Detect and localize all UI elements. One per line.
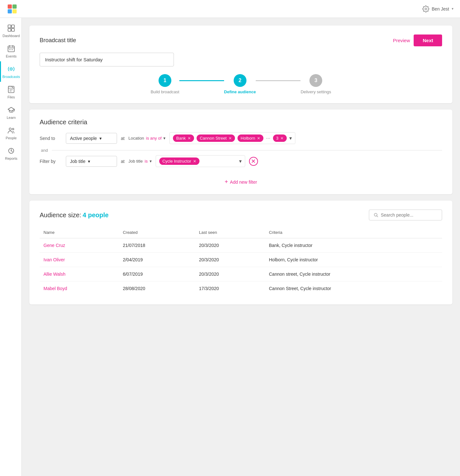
- search-people-input[interactable]: [381, 212, 437, 218]
- cell-criteria: Holborn, Cycle instructor: [265, 253, 442, 267]
- sidebar-item-people[interactable]: People: [0, 123, 21, 143]
- send-to-value: Active people: [70, 136, 97, 141]
- send-to-row: Send to Active people ▾ at Location is a…: [40, 132, 442, 144]
- next-button[interactable]: Next: [414, 35, 442, 46]
- add-filter-button[interactable]: + Add new filter: [225, 179, 257, 185]
- and-label: and: [41, 148, 48, 153]
- user-name: Ben Jest: [432, 6, 449, 12]
- location-operator-chevron[interactable]: ▾: [163, 136, 166, 141]
- table-row: Allie Walsh 6/07/2019 20/3/2020 Cannon s…: [40, 267, 442, 281]
- cell-created: 2/04/2019: [119, 253, 195, 267]
- sidebar-label-broadcasts: Broadcasts: [2, 75, 20, 79]
- location-tag-cannon[interactable]: Cannon Street ✕: [197, 134, 235, 142]
- step-line-1: [179, 80, 224, 81]
- search-icon: [374, 212, 378, 218]
- job-title-tag-cycle[interactable]: Cycle Instructor ✕: [159, 157, 199, 165]
- tag-close-cycle[interactable]: ✕: [193, 159, 196, 164]
- person-link[interactable]: Mabel Boyd: [43, 286, 67, 291]
- tag-close-holborn[interactable]: ✕: [257, 136, 260, 141]
- sidebar-item-events[interactable]: Events: [0, 41, 21, 61]
- job-title-tags-container[interactable]: Cycle Instructor ✕ ▾: [156, 155, 245, 167]
- search-box[interactable]: [369, 210, 442, 220]
- step-1-circle: 1: [159, 74, 171, 87]
- cell-created: 6/07/2019: [119, 267, 195, 281]
- table-header-row: Name Created Last seen Criteria: [40, 227, 442, 238]
- location-operator: is any of: [146, 136, 161, 141]
- dashboard-icon: [7, 24, 16, 33]
- learn-icon: [7, 105, 16, 114]
- tags-chevron-icon[interactable]: ▾: [289, 135, 292, 141]
- add-filter-label: Add new filter: [230, 180, 257, 185]
- broadcast-title-label: Broadcast title: [40, 37, 76, 44]
- filter-by-label: Filter by: [40, 159, 62, 164]
- step-2: 2 Define audience: [224, 74, 256, 94]
- svg-rect-1: [12, 4, 17, 9]
- person-link[interactable]: Gene Cruz: [43, 243, 65, 248]
- and-divider: and: [40, 148, 442, 153]
- logo: [6, 3, 18, 15]
- broadcasts-icon: [7, 65, 16, 73]
- sidebar-label-events: Events: [6, 54, 17, 58]
- sidebar-label-files: Files: [7, 95, 15, 99]
- svg-rect-0: [8, 4, 12, 9]
- person-link[interactable]: Ivan Oliver: [43, 257, 65, 262]
- tag-more-count: 3: [276, 136, 278, 141]
- tag-more-close[interactable]: ✕: [280, 136, 284, 141]
- table-row: Mabel Boyd 28/08/2020 17/3/2020 Cannon S…: [40, 281, 442, 296]
- broadcast-title-card: Broadcast title Preview Next 1 Build bro…: [29, 26, 452, 103]
- sidebar-item-learn[interactable]: Learn: [0, 102, 21, 123]
- location-tags-container[interactable]: Bank ✕ Cannon Street ✕ Holborn ✕ ··· 3 ✕…: [169, 132, 295, 144]
- svg-rect-8: [12, 28, 14, 31]
- add-icon: +: [225, 179, 228, 185]
- tag-close-bank[interactable]: ✕: [188, 136, 191, 141]
- svg-rect-17: [8, 86, 14, 93]
- cell-created: 21/07/2018: [119, 238, 195, 253]
- main-content: Broadcast title Preview Next 1 Build bro…: [22, 18, 460, 476]
- svg-rect-3: [12, 9, 17, 13]
- sidebar-label-learn: Learn: [7, 116, 16, 119]
- cell-criteria: Cannon Street, Cycle instructor: [265, 281, 442, 296]
- tag-label-cannon: Cannon Street: [200, 136, 227, 141]
- col-created: Created: [119, 227, 195, 238]
- topbar: Ben Jest ▾: [0, 0, 460, 18]
- svg-line-25: [377, 216, 378, 217]
- job-title-operator-chevron[interactable]: ▾: [150, 159, 152, 164]
- broadcast-title-input[interactable]: [40, 53, 174, 66]
- people-table: Name Created Last seen Criteria Gene Cru…: [40, 227, 442, 296]
- sidebar-label-reports: Reports: [5, 157, 18, 160]
- tag-close-cannon[interactable]: ✕: [229, 136, 232, 141]
- cell-criteria: Bank, Cycle instructor: [265, 238, 442, 253]
- sidebar-item-dashboard[interactable]: Dashboard: [0, 20, 21, 41]
- audience-criteria-card: Audience criteria Send to Active people …: [29, 110, 452, 194]
- at-label-1: at: [121, 136, 125, 141]
- events-icon: [7, 44, 16, 53]
- cell-last-seen: 20/3/2020: [195, 238, 265, 253]
- audience-size-label: Audience size:: [40, 211, 81, 219]
- location-tag-holborn[interactable]: Holborn ✕: [238, 134, 264, 142]
- sidebar-item-reports[interactable]: Reports: [0, 143, 21, 164]
- filter-by-dropdown[interactable]: Job title ▾: [66, 156, 117, 167]
- at-label-2: at: [121, 159, 125, 164]
- sidebar-item-broadcasts[interactable]: Broadcasts: [0, 61, 21, 82]
- svg-point-23: [11, 150, 12, 151]
- preview-button[interactable]: Preview: [393, 38, 410, 43]
- broadcast-title-row: Broadcast title Preview Next: [40, 35, 442, 46]
- step-2-circle: 2: [234, 74, 246, 87]
- sidebar-item-files[interactable]: Files: [0, 82, 21, 102]
- user-chevron: ▾: [452, 7, 454, 11]
- cell-name: Allie Walsh: [40, 267, 119, 281]
- send-to-dropdown[interactable]: Active people ▾: [66, 133, 117, 144]
- location-tag-bank[interactable]: Bank ✕: [173, 134, 194, 142]
- step-3: 3 Delivery settings: [300, 74, 331, 94]
- tag-label-holborn: Holborn: [241, 136, 255, 141]
- job-title-chevron-icon[interactable]: ▾: [239, 158, 242, 164]
- remove-filter-button[interactable]: ✕: [249, 157, 258, 166]
- svg-rect-6: [12, 25, 14, 28]
- svg-rect-7: [8, 28, 11, 31]
- cell-name: Ivan Oliver: [40, 253, 119, 267]
- step-3-circle: 3: [309, 74, 322, 87]
- svg-rect-9: [8, 46, 14, 52]
- location-tag-more[interactable]: 3 ✕: [273, 134, 287, 142]
- person-link[interactable]: Allie Walsh: [43, 272, 66, 277]
- user-menu[interactable]: Ben Jest ▾: [422, 5, 454, 12]
